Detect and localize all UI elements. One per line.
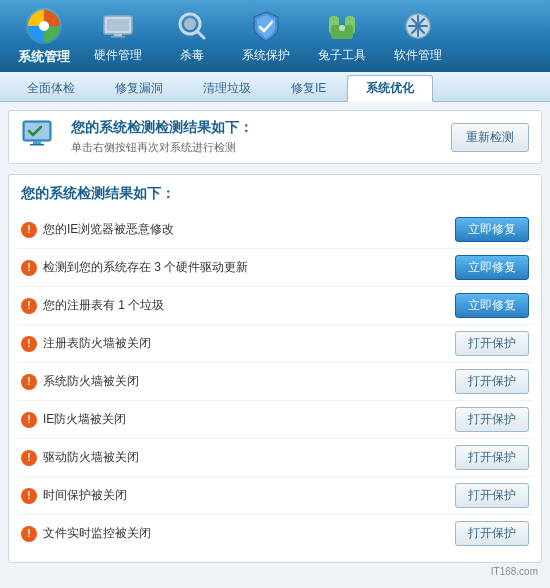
summary-text: 您的系统检测检测结果如下： 单击右侧按钮再次对系统进行检测 [71,119,253,155]
tab-optimize[interactable]: 系统优化 [347,75,433,102]
nav-hardware-label: 硬件管理 [94,47,142,64]
nav-software-label: 软件管理 [394,47,442,64]
warning-icon: ! [21,298,37,314]
svg-point-12 [339,25,345,31]
result-item: ! 检测到您的系统存在 3 个硬件驱动更新 立即修复 [17,249,533,287]
result-left: ! 时间保护被关闭 [21,487,127,504]
result-text: 系统防火墙被关闭 [43,373,139,390]
nav-bar: 硬件管理 杀毒 系统保护 [80,4,542,68]
result-item: ! 您的IE浏览器被恶意修改 立即修复 [17,211,533,249]
result-action-button[interactable]: 立即修复 [455,217,529,242]
logo: 系统管理 [8,6,80,66]
result-action-button[interactable]: 打开保护 [455,445,529,470]
summary-title: 您的系统检测检测结果如下： [71,119,253,137]
result-text: 检测到您的系统存在 3 个硬件驱动更新 [43,259,248,276]
software-icon [400,8,436,44]
svg-line-8 [197,31,204,38]
summary-subtitle: 单击右侧按钮再次对系统进行检测 [71,140,253,155]
results-section: 您的系统检测结果如下： ! 您的IE浏览器被恶意修改 立即修复 ! 检测到您的系… [8,174,542,563]
watermark: IT168.com [8,563,542,577]
result-text: 文件实时监控被关闭 [43,525,151,542]
tab-fixie[interactable]: 修复IE [272,75,345,101]
result-item: ! 系统防火墙被关闭 打开保护 [17,363,533,401]
result-action-button[interactable]: 打开保护 [455,369,529,394]
result-text: 时间保护被关闭 [43,487,127,504]
main-content: 您的系统检测检测结果如下： 单击右侧按钮再次对系统进行检测 重新检测 您的系统检… [0,102,550,588]
tab-fullcheck[interactable]: 全面体检 [8,75,94,101]
nav-rabbit-label: 兔子工具 [318,47,366,64]
logo-icon [24,6,64,46]
result-left: ! 您的注册表有 1 个垃圾 [21,297,164,314]
warning-icon: ! [21,374,37,390]
result-text: 您的注册表有 1 个垃圾 [43,297,164,314]
warning-icon: ! [21,450,37,466]
result-left: ! IE防火墙被关闭 [21,411,126,428]
warning-icon: ! [21,488,37,504]
nav-rabbit[interactable]: 兔子工具 [304,4,380,68]
svg-point-7 [184,18,196,30]
summary-bar: 您的系统检测检测结果如下： 单击右侧按钮再次对系统进行检测 重新检测 [8,110,542,164]
warning-icon: ! [21,526,37,542]
result-item: ! 您的注册表有 1 个垃圾 立即修复 [17,287,533,325]
result-left: ! 检测到您的系统存在 3 个硬件驱动更新 [21,259,248,276]
result-left: ! 系统防火墙被关闭 [21,373,139,390]
result-text: 驱动防火墙被关闭 [43,449,139,466]
nav-kill[interactable]: 杀毒 [156,4,228,68]
result-action-button[interactable]: 打开保护 [455,407,529,432]
rabbit-icon [324,8,360,44]
nav-software[interactable]: 软件管理 [380,4,456,68]
hardware-icon [100,8,136,44]
result-action-button[interactable]: 打开保护 [455,331,529,356]
recheck-button[interactable]: 重新检测 [451,123,529,152]
result-action-button[interactable]: 打开保护 [455,521,529,546]
svg-rect-5 [111,36,125,38]
warning-icon: ! [21,336,37,352]
svg-point-14 [415,23,421,29]
result-left: ! 驱动防火墙被关闭 [21,449,139,466]
nav-protect-label: 系统保护 [242,47,290,64]
logo-text: 系统管理 [18,48,70,66]
kill-icon [174,8,210,44]
result-action-button[interactable]: 立即修复 [455,293,529,318]
svg-point-1 [39,21,49,31]
tab-bar: 全面体检 修复漏洞 清理垃圾 修复IE 系统优化 [0,72,550,102]
result-action-button[interactable]: 立即修复 [455,255,529,280]
warning-icon: ! [21,260,37,276]
result-item: ! IE防火墙被关闭 打开保护 [17,401,533,439]
pc-icon [21,119,61,155]
result-text: 注册表防火墙被关闭 [43,335,151,352]
result-item: ! 驱动防火墙被关闭 打开保护 [17,439,533,477]
summary-left: 您的系统检测检测结果如下： 单击右侧按钮再次对系统进行检测 [21,119,253,155]
result-left: ! 您的IE浏览器被恶意修改 [21,221,174,238]
result-left: ! 文件实时监控被关闭 [21,525,151,542]
svg-rect-18 [30,144,44,146]
results-list: ! 您的IE浏览器被恶意修改 立即修复 ! 检测到您的系统存在 3 个硬件驱动更… [17,211,533,552]
result-item: ! 注册表防火墙被关闭 打开保护 [17,325,533,363]
result-action-button[interactable]: 打开保护 [455,483,529,508]
nav-hardware[interactable]: 硬件管理 [80,4,156,68]
result-text: IE防火墙被关闭 [43,411,126,428]
results-title: 您的系统检测结果如下： [17,185,533,203]
warning-icon: ! [21,222,37,238]
app-header: 系统管理 硬件管理 杀毒 [0,0,550,72]
result-text: 您的IE浏览器被恶意修改 [43,221,174,238]
tab-clean[interactable]: 清理垃圾 [184,75,270,101]
nav-kill-label: 杀毒 [180,47,204,64]
protect-icon [248,8,284,44]
warning-icon: ! [21,412,37,428]
svg-rect-3 [107,19,129,31]
tab-repair[interactable]: 修复漏洞 [96,75,182,101]
nav-protect[interactable]: 系统保护 [228,4,304,68]
result-left: ! 注册表防火墙被关闭 [21,335,151,352]
result-item: ! 时间保护被关闭 打开保护 [17,477,533,515]
result-item: ! 文件实时监控被关闭 打开保护 [17,515,533,552]
